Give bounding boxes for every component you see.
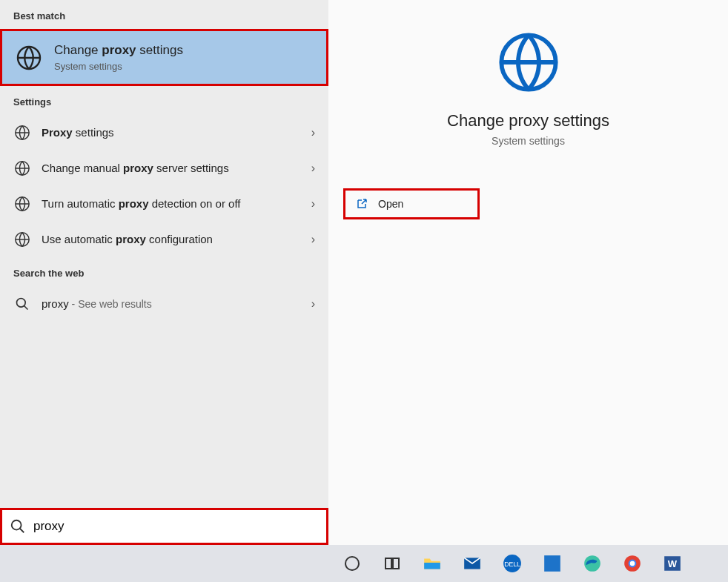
chevron-right-icon: ›: [305, 126, 315, 139]
task-view-icon[interactable]: [381, 552, 403, 575]
chevron-right-icon: ›: [305, 162, 315, 175]
svg-text:DELL: DELL: [504, 560, 520, 568]
best-match-result[interactable]: Change proxy settings System settings: [0, 29, 328, 86]
settings-result-manual-proxy[interactable]: Change manual proxy server settings ›: [0, 151, 328, 186]
detail-panel: Change proxy settings System settings Op…: [328, 0, 728, 545]
svg-point-7: [12, 520, 21, 530]
globe-icon: [16, 44, 42, 71]
search-results-panel: Best match Change proxy settings System …: [0, 0, 328, 545]
settings-result-auto-config[interactable]: Use automatic proxy configuration ›: [0, 222, 328, 257]
settings-result-proxy-settings[interactable]: Proxy settings ›: [0, 115, 328, 151]
dell-icon[interactable]: DELL: [501, 552, 523, 575]
svg-point-18: [630, 561, 635, 566]
svg-text:W: W: [668, 558, 678, 569]
search-icon: [10, 518, 26, 535]
globe-icon: [13, 159, 31, 177]
globe-icon: [13, 195, 31, 213]
svg-rect-9: [385, 558, 391, 569]
web-header: Search the web: [0, 257, 328, 286]
settings-header: Settings: [0, 86, 328, 115]
cortana-icon[interactable]: [341, 552, 363, 575]
taskbar: DELL W: [0, 545, 728, 582]
svg-rect-10: [393, 558, 399, 569]
open-button[interactable]: Open: [343, 188, 480, 219]
search-icon: [13, 295, 31, 313]
edge-icon[interactable]: [581, 552, 603, 575]
globe-icon: [13, 124, 31, 142]
svg-point-8: [345, 557, 359, 570]
chevron-right-icon: ›: [305, 197, 315, 211]
mail-icon[interactable]: [461, 552, 483, 575]
globe-icon: [13, 231, 31, 248]
app-icon[interactable]: [541, 552, 563, 575]
chevron-right-icon: ›: [305, 297, 315, 311]
web-result[interactable]: proxy - See web results ›: [0, 286, 328, 322]
word-icon[interactable]: W: [661, 552, 684, 575]
search-input[interactable]: [33, 519, 319, 534]
file-explorer-icon[interactable]: [421, 552, 443, 575]
svg-rect-14: [544, 555, 560, 572]
svg-point-5: [17, 299, 26, 308]
best-match-header: Best match: [0, 0, 328, 29]
best-match-text: Change proxy settings System settings: [54, 43, 183, 72]
chevron-right-icon: ›: [305, 233, 315, 246]
search-bar[interactable]: [0, 508, 328, 545]
globe-icon-large: [496, 30, 561, 95]
chrome-icon[interactable]: [621, 552, 643, 575]
open-icon: [356, 198, 368, 210]
detail-subtitle: System settings: [343, 135, 713, 147]
settings-result-auto-detect[interactable]: Turn automatic proxy detection on or off…: [0, 186, 328, 222]
detail-title: Change proxy settings: [343, 111, 713, 130]
